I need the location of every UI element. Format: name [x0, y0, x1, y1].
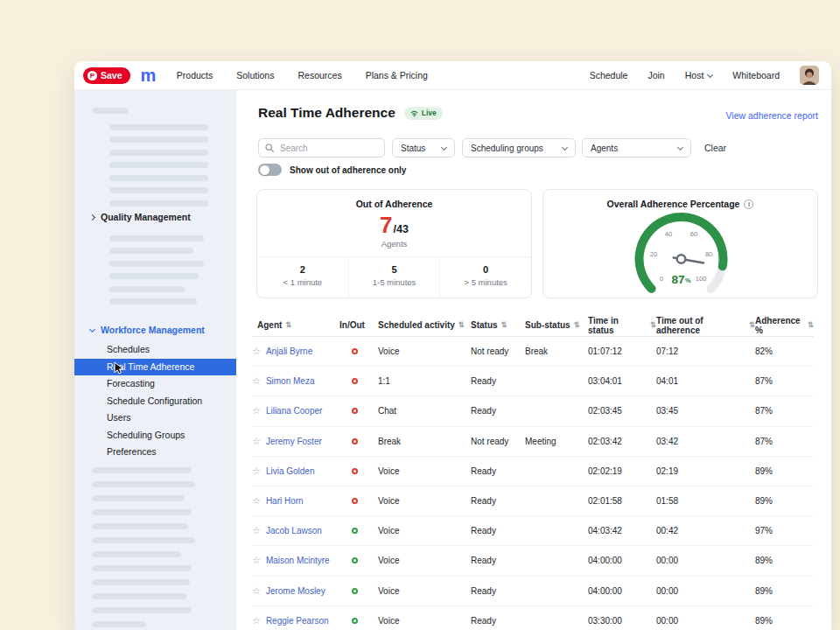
count-total: /43 — [394, 223, 409, 235]
gauge-tick-label: 60 — [690, 230, 697, 238]
star-icon[interactable]: ☆ — [252, 556, 261, 565]
column-header-sub-status[interactable]: Sub-status⇅ — [525, 320, 588, 330]
star-icon[interactable]: ☆ — [252, 437, 261, 446]
column-header-adherence[interactable]: Adherence %⇅ — [755, 316, 814, 335]
star-icon[interactable]: ☆ — [252, 526, 261, 536]
column-header-time-out-of-adherence[interactable]: Time out of adherence⇅ — [656, 316, 755, 335]
agent-link[interactable]: Jacob Lawson — [266, 526, 322, 536]
sort-icon[interactable]: ⇅ — [749, 321, 755, 329]
inout-indicator-in — [352, 557, 358, 564]
breakdown-value: 0 — [440, 264, 531, 275]
skeleton-bar — [109, 248, 193, 254]
skeleton-bar — [109, 273, 199, 279]
sort-icon[interactable]: ⇅ — [808, 321, 814, 329]
cell-status: Ready — [471, 586, 525, 596]
column-label: Time in status — [588, 316, 647, 335]
agent-cell: ☆Jeremy Foster — [252, 437, 340, 446]
sort-icon[interactable]: ⇅ — [650, 321, 656, 329]
skeleton-bar — [92, 551, 181, 557]
skeleton-bar — [109, 187, 208, 193]
skeleton-bar — [92, 593, 186, 599]
star-icon[interactable]: ☆ — [252, 586, 261, 596]
sidebar-item-forecasting[interactable]: Forecasting — [74, 375, 236, 393]
cell-adherence: 89% — [755, 496, 814, 506]
out-of-adherence-toggle[interactable] — [258, 164, 282, 176]
cell-scheduled-activity: 1:1 — [378, 376, 471, 386]
skeleton-bar — [92, 481, 195, 487]
star-icon[interactable]: ☆ — [252, 616, 261, 626]
nav-item-host[interactable]: Host — [685, 70, 713, 80]
column-header-time-in-status[interactable]: Time in status⇅ — [588, 316, 656, 335]
agent-link[interactable]: Jeremy Foster — [266, 437, 322, 446]
agent-link[interactable]: Liliana Cooper — [266, 406, 323, 416]
agent-link[interactable]: Jerome Mosley — [266, 586, 326, 596]
status-filter[interactable]: Status — [392, 138, 455, 158]
toggle-knob — [260, 165, 270, 175]
skeleton-bar — [109, 150, 208, 156]
nav-item-products[interactable]: Products — [177, 70, 213, 80]
info-icon[interactable] — [744, 200, 753, 209]
agent-cell: ☆Reggie Pearson — [252, 616, 340, 626]
sidebar-item-scheduling-groups[interactable]: Scheduling Groups — [74, 427, 236, 444]
breakdown-stat: 51-5 minutes — [348, 257, 440, 298]
chevron-down-icon — [677, 144, 683, 150]
clear-filters-button[interactable]: Clear — [704, 138, 726, 158]
cell-time-in-status: 01:07:12 — [588, 346, 656, 356]
agent-cell: ☆Jerome Mosley — [252, 586, 340, 596]
cell-scheduled-activity: Voice — [378, 466, 471, 476]
sort-icon[interactable]: ⇅ — [501, 321, 508, 329]
sort-icon[interactable]: ⇅ — [458, 321, 465, 329]
overall-adherence-card: Overall Adherence Percentage 87% 0204060… — [542, 189, 818, 298]
agent-link[interactable]: Maison Mcintyre — [266, 556, 330, 565]
agent-cell: ☆Maison Mcintyre — [252, 556, 340, 565]
column-label: Sub-status — [525, 320, 570, 330]
star-icon[interactable]: ☆ — [252, 406, 261, 416]
sidebar-item-users[interactable]: Users — [74, 410, 236, 427]
nav-item-solutions[interactable]: Solutions — [236, 70, 274, 80]
star-icon[interactable]: ☆ — [252, 496, 261, 506]
nav-item-schedule[interactable]: Schedule — [590, 70, 628, 80]
agent-link[interactable]: Reggie Pearson — [266, 616, 329, 626]
nav-item-join[interactable]: Join — [648, 70, 664, 80]
column-label: Time out of adherence — [656, 316, 746, 335]
chevron-down-icon — [89, 326, 95, 332]
column-header-status[interactable]: Status⇅ — [471, 320, 525, 330]
star-icon[interactable]: ☆ — [252, 346, 261, 356]
scheduling-groups-filter[interactable]: Scheduling groups — [462, 138, 576, 158]
nav-item-resources[interactable]: Resources — [298, 70, 341, 80]
agent-link[interactable]: Simon Meza — [266, 376, 315, 386]
pinterest-icon: P — [88, 71, 97, 80]
nav-item-plans-pricing[interactable]: Plans & Pricing — [366, 70, 428, 80]
column-header-agent[interactable]: Agent⇅ — [252, 320, 340, 330]
nav-item-whiteboard[interactable]: Whiteboard — [732, 70, 780, 80]
agent-link[interactable]: Hari Horn — [266, 496, 304, 506]
sort-icon[interactable]: ⇅ — [285, 321, 291, 329]
miro-logo[interactable]: m — [141, 66, 156, 84]
view-adherence-report-link[interactable]: View adherence report — [726, 110, 818, 121]
star-icon[interactable]: ☆ — [252, 466, 261, 476]
agent-link[interactable]: Anjali Byrne — [266, 346, 312, 356]
sort-icon[interactable]: ⇅ — [574, 321, 580, 329]
agent-link[interactable]: Livia Golden — [266, 466, 315, 476]
section-label: Workforce Management — [101, 325, 205, 335]
table-row: ☆Anjali ByrneVoiceNot readyBreak01:07:12… — [252, 337, 814, 367]
cell-scheduled-activity: Voice — [378, 346, 471, 356]
search-icon — [265, 144, 274, 152]
sidebar-section-workforce-management[interactable]: Workforce Management — [90, 325, 205, 335]
column-header-scheduled-activity[interactable]: Scheduled activity⇅ — [378, 320, 471, 330]
pinterest-save-button[interactable]: P Save — [83, 67, 130, 84]
search-input[interactable] — [258, 138, 385, 158]
sidebar-item-preferences[interactable]: Preferences — [74, 444, 236, 461]
sidebar-item-schedules[interactable]: Schedules — [74, 341, 236, 359]
agents-filter[interactable]: Agents — [582, 138, 691, 158]
filter-bar: Status Scheduling groups Agents Clear — [236, 138, 831, 158]
cell-status: Ready — [471, 556, 525, 565]
sidebar-item-real-time-adherence[interactable]: Real Time Adherence — [74, 359, 236, 376]
cell-adherence: 87% — [755, 406, 814, 416]
sidebar-section-quality-management[interactable]: Quality Management — [90, 212, 191, 222]
star-icon[interactable]: ☆ — [252, 376, 261, 386]
inout-indicator-out — [352, 348, 358, 354]
avatar[interactable] — [800, 66, 819, 85]
column-label: Adherence % — [755, 316, 804, 335]
sidebar-item-schedule-configuration[interactable]: Schedule Configuration — [74, 393, 236, 410]
